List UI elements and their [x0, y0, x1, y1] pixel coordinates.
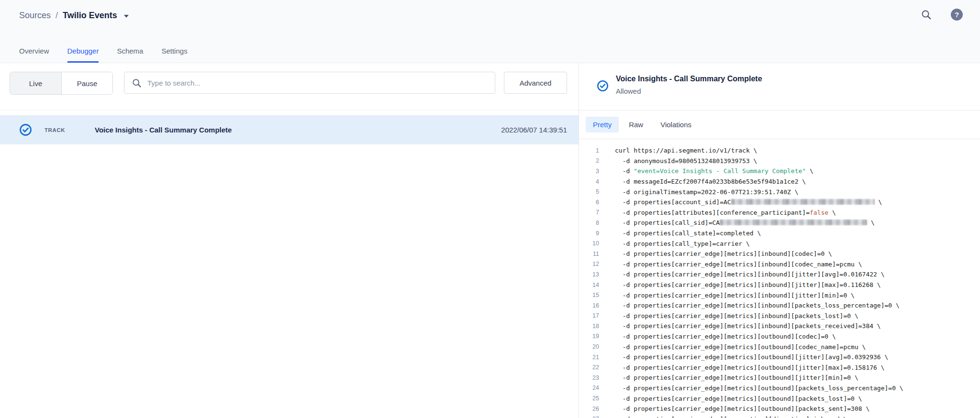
code-line: 18 -d properties[carrier_edge][metrics][… [579, 321, 980, 331]
tab-settings[interactable]: Settings [161, 47, 187, 63]
detail-status-text: Allowed [616, 87, 641, 95]
line-number: 10 [579, 240, 599, 247]
code-line: 15 -d properties[carrier_edge][metrics][… [579, 290, 980, 300]
event-type-badge: TRACK [45, 127, 65, 133]
search-input[interactable] [147, 79, 495, 87]
redacted-value [720, 220, 867, 225]
breadcrumb-sources-link[interactable]: Sources [19, 11, 51, 21]
code-line: 16 -d properties[carrier_edge][metrics][… [579, 300, 980, 311]
source-switcher-caret-icon[interactable] [124, 15, 129, 18]
code-text: -d properties[carrier_edge][metrics][inb… [615, 312, 858, 319]
line-number: 9 [579, 230, 599, 237]
code-line: 12 -d properties[carrier_edge][metrics][… [579, 259, 980, 270]
code-line: 17 -d properties[carrier_edge][metrics][… [579, 311, 980, 321]
line-number: 13 [579, 271, 599, 278]
code-line: 13 -d properties[carrier_edge][metrics][… [579, 269, 980, 280]
code-line: 22 -d properties[carrier_edge][metrics][… [579, 362, 980, 373]
code-text: -d properties[account_sid]=AC \ [615, 198, 882, 206]
line-number: 4 [579, 178, 599, 185]
line-number: 26 [579, 406, 599, 412]
tab-schema[interactable]: Schema [117, 47, 143, 63]
line-number: 20 [579, 343, 599, 350]
main-content: Live Pause Advanced [0, 63, 980, 418]
code-text: -d properties[carrier_edge][metrics][inb… [615, 271, 885, 278]
help-icon[interactable]: ? [951, 9, 963, 21]
code-line: 11 -d properties[carrier_edge][metrics][… [579, 249, 980, 259]
code-text: curl https://api.segment.io/v1/track \ [615, 147, 757, 154]
code-line: 27 -d properties[carrier_edge][propertie… [579, 414, 980, 418]
code-text: -d properties[call_type]=carrier \ [615, 240, 750, 247]
code-line: 26 -d properties[carrier_edge][metrics][… [579, 404, 980, 414]
line-number: 11 [579, 251, 599, 257]
page-header: Sources / Twilio Events ? Overview Debug… [0, 0, 980, 63]
tab-pretty[interactable]: Pretty [586, 117, 619, 132]
code-block[interactable]: 1curl https://api.segment.io/v1/track \2… [579, 139, 980, 418]
code-text: -d properties[call_sid]=CA \ [615, 219, 875, 226]
breadcrumb-current-source: Twilio Events [63, 11, 117, 21]
code-text: -d properties[carrier_edge][metrics][out… [615, 364, 885, 371]
code-text: -d properties[carrier_edge][metrics][inb… [615, 292, 855, 299]
code-line: 2 -d anonymousId=9800513248013939753 \ [579, 156, 980, 166]
code-text: -d properties[carrier_edge][metrics][out… [615, 374, 858, 381]
tab-raw[interactable]: Raw [629, 117, 643, 132]
search-icon[interactable] [921, 9, 932, 20]
code-text: -d properties[carrier_edge][metrics][inb… [615, 322, 881, 330]
event-title: Voice Insights - Call Summary Complete [95, 126, 232, 134]
code-line: 7 -d properties[attributes][conference_p… [579, 208, 980, 218]
line-number: 18 [579, 323, 599, 330]
stream-toolbar: Live Pause Advanced [0, 63, 579, 110]
code-line: 23 -d properties[carrier_edge][metrics][… [579, 373, 980, 383]
header-icons: ? [921, 9, 963, 21]
line-number: 5 [579, 188, 599, 195]
detail-view-tabs: Pretty Raw Violations [579, 110, 980, 139]
redacted-value [731, 199, 875, 205]
breadcrumb: Sources / Twilio Events [19, 11, 129, 21]
code-text: -d properties[carrier_edge][metrics][inb… [615, 250, 832, 257]
code-text: -d properties[carrier_edge][metrics][inb… [615, 281, 881, 288]
pause-button[interactable]: Pause [61, 72, 112, 94]
line-number: 27 [579, 416, 599, 418]
code-line: 9 -d properties[call_state]=completed \ [579, 228, 980, 239]
detail-event-title: Voice Insights - Call Summary Complete [616, 75, 762, 83]
event-stream-panel: Live Pause Advanced [0, 63, 579, 418]
source-nav-tabs: Overview Debugger Schema Settings [19, 47, 206, 63]
line-number: 19 [579, 333, 599, 340]
advanced-button[interactable]: Advanced [504, 72, 567, 94]
event-search-box[interactable] [124, 72, 495, 94]
line-number: 24 [579, 385, 599, 391]
code-text: -d properties[attributes][conference_par… [615, 209, 836, 216]
code-text: -d properties[carrier_edge][metrics][inb… [615, 302, 900, 309]
line-number: 21 [579, 354, 599, 361]
code-text: -d originalTimestamp=2022-06-07T21:39:51… [615, 188, 799, 196]
line-number: 3 [579, 168, 599, 175]
tab-debugger[interactable]: Debugger [67, 47, 99, 63]
allowed-check-circle-icon [597, 80, 609, 92]
code-line: 21 -d properties[carrier_edge][metrics][… [579, 352, 980, 363]
code-text: -d properties[carrier_edge][metrics][out… [615, 333, 836, 340]
code-line: 1curl https://api.segment.io/v1/track \ [579, 145, 980, 156]
event-row-selected[interactable]: TRACK Voice Insights - Call Summary Comp… [0, 115, 579, 144]
search-input-icon [132, 78, 142, 88]
code-line: 6 -d properties[account_sid]=AC \ [579, 197, 980, 208]
line-number: 14 [579, 282, 599, 288]
code-line: 3 -d "event=Voice Insights - Call Summar… [579, 166, 980, 176]
line-number: 17 [579, 312, 599, 319]
code-line: 19 -d properties[carrier_edge][metrics][… [579, 331, 980, 342]
line-number: 1 [579, 147, 599, 154]
code-text: -d "event=Voice Insights - Call Summary … [615, 167, 813, 175]
code-line: 8 -d properties[call_sid]=CA \ [579, 218, 980, 228]
check-circle-icon [19, 123, 32, 136]
code-line: 24 -d properties[carrier_edge][metrics][… [579, 383, 980, 394]
line-number: 22 [579, 364, 599, 371]
line-number: 16 [579, 302, 599, 309]
line-number: 2 [579, 157, 599, 164]
code-line: 5 -d originalTimestamp=2022-06-07T21:39:… [579, 187, 980, 197]
live-button[interactable]: Live [10, 72, 61, 94]
event-timestamp: 2022/06/07 14:39:51 [501, 126, 567, 134]
line-number: 23 [579, 374, 599, 381]
code-text: -d messageId=EZcf2007f4a0233b8b6e53e5f94… [615, 178, 806, 185]
tab-overview[interactable]: Overview [19, 47, 49, 63]
tab-violations[interactable]: Violations [660, 117, 691, 132]
event-detail-panel: Voice Insights - Call Summary Complete A… [579, 63, 980, 418]
code-text: -d properties[carrier_edge][metrics][out… [615, 395, 862, 402]
